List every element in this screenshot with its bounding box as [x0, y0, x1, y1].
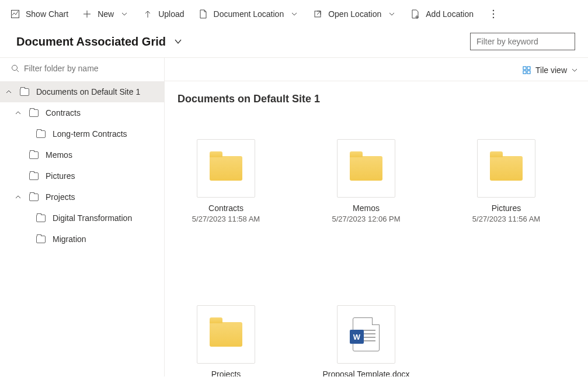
svg-line-12 — [17, 70, 19, 72]
tree-item[interactable]: Digital Transformation — [0, 208, 164, 229]
tile-thumbnail — [477, 139, 535, 198]
tile-thumbnail: W — [337, 305, 395, 364]
tile-date: 5/27/2023 12:06 PM — [332, 215, 400, 223]
filter-keyword[interactable] — [470, 33, 575, 50]
document-location-label: Document Location — [214, 9, 284, 19]
svg-point-10 — [493, 17, 494, 18]
folder-icon — [29, 172, 39, 180]
tree-item[interactable]: Contracts — [0, 102, 164, 123]
tree-item[interactable]: Long-term Contracts — [0, 123, 164, 144]
tree-item-label: Migration — [53, 234, 86, 244]
view-title: Document Associated Grid — [16, 35, 166, 49]
document-location-button[interactable]: Document Location — [199, 9, 300, 19]
plus-icon — [82, 9, 92, 19]
tile-view-icon — [523, 66, 531, 74]
toolbar: Show Chart New Upload Document Location … — [0, 0, 588, 28]
filter-keyword-input[interactable] — [476, 37, 569, 46]
main: Documents on Default Site 1ContractsLong… — [0, 57, 588, 376]
tiles: Contracts5/27/2023 11:58 AMMemos5/27/202… — [165, 110, 588, 376]
folder-icon — [29, 151, 39, 159]
folder-icon — [350, 156, 382, 181]
folder-tile[interactable]: Projects5/29/2023 8:47 AM — [197, 305, 255, 376]
more-vertical-icon — [492, 9, 495, 19]
document-icon — [199, 9, 208, 19]
folder-icon — [210, 156, 242, 181]
svg-point-9 — [493, 13, 494, 15]
svg-point-11 — [12, 65, 18, 71]
chevron-right-icon[interactable] — [14, 151, 22, 159]
folder-filter[interactable] — [0, 58, 164, 79]
folder-tile[interactable]: Contracts5/27/2023 11:58 AM — [197, 139, 255, 223]
folder-icon — [490, 156, 523, 181]
chevron-up-icon[interactable] — [5, 88, 13, 96]
folder-tree: Documents on Default Site 1ContractsLong… — [0, 79, 164, 250]
word-document-icon: W — [353, 317, 380, 351]
folder-icon — [210, 322, 242, 347]
more-button[interactable] — [488, 9, 499, 19]
add-location-button[interactable]: Add Location — [410, 9, 474, 19]
folder-tile[interactable]: Pictures5/27/2023 11:56 AM — [477, 139, 535, 223]
content: Tile view Documents on Default Site 1 Co… — [165, 58, 588, 376]
chevron-down-icon — [120, 9, 129, 19]
folder-icon — [20, 88, 29, 96]
view-switch[interactable]: Tile view — [523, 65, 577, 75]
new-button[interactable]: New — [82, 9, 129, 19]
tile-name: Proposal Template.docx — [322, 369, 409, 376]
file-tile[interactable]: WProposal Template.docx5/29/2023 9:04 AM — [337, 305, 395, 376]
chart-icon — [11, 9, 20, 19]
chevron-down-icon — [387, 9, 396, 19]
content-header: Documents on Default Site 1 — [165, 81, 588, 110]
folder-icon — [36, 215, 46, 222]
tree-item[interactable]: Documents on Default Site 1 — [0, 81, 164, 102]
tree-item-label: Memos — [46, 150, 72, 160]
add-document-icon — [410, 9, 420, 19]
sidebar: Documents on Default Site 1ContractsLong… — [0, 58, 165, 376]
add-location-label: Add Location — [426, 9, 474, 19]
folder-icon — [29, 109, 39, 117]
tree-item-label: Pictures — [46, 171, 75, 181]
tree-item[interactable]: Pictures — [0, 165, 164, 186]
svg-rect-13 — [523, 67, 526, 70]
tree-item-label: Digital Transformation — [53, 213, 132, 223]
open-location-button[interactable]: Open Location — [313, 9, 396, 19]
content-topbar: Tile view — [165, 58, 588, 81]
folder-tile[interactable]: Memos5/27/2023 12:06 PM — [337, 139, 395, 223]
tile-name: Memos — [353, 203, 380, 213]
tree-item-label: Projects — [46, 192, 75, 202]
view-selector[interactable] — [174, 37, 182, 46]
tree-item-label: Contracts — [46, 108, 81, 118]
folder-icon — [36, 236, 46, 243]
chevron-down-icon — [174, 37, 182, 46]
svg-point-8 — [493, 10, 494, 11]
open-icon — [313, 9, 322, 19]
folder-filter-input[interactable] — [24, 64, 155, 73]
upload-label: Upload — [158, 9, 184, 19]
chevron-down-icon — [290, 9, 299, 19]
svg-line-5 — [317, 11, 321, 15]
new-label: New — [98, 9, 114, 19]
tree-item-label: Documents on Default Site 1 — [36, 87, 140, 96]
upload-button[interactable]: Upload — [143, 9, 184, 19]
svg-rect-16 — [527, 71, 530, 74]
tree-item-label: Long-term Contracts — [53, 129, 127, 139]
tile-name: Projects — [211, 369, 241, 376]
title-row: Document Associated Grid — [0, 28, 588, 57]
tree-item[interactable]: Projects — [0, 186, 164, 208]
folder-icon — [36, 130, 46, 138]
tree-item[interactable]: Migration — [0, 229, 164, 250]
view-switch-label: Tile view — [535, 65, 567, 75]
tile-thumbnail — [197, 139, 255, 198]
open-location-label: Open Location — [328, 9, 381, 19]
svg-rect-15 — [523, 71, 526, 74]
tile-thumbnail — [197, 305, 255, 364]
chevron-up-icon[interactable] — [14, 109, 22, 117]
tile-name: Contracts — [208, 203, 243, 213]
chevron-up-icon[interactable] — [14, 193, 22, 201]
show-chart-button[interactable]: Show Chart — [11, 9, 68, 19]
tile-thumbnail — [337, 139, 395, 198]
svg-rect-14 — [527, 67, 530, 70]
chevron-right-icon[interactable] — [14, 172, 22, 180]
tree-item[interactable]: Memos — [0, 144, 164, 165]
search-icon — [11, 64, 19, 72]
upload-icon — [143, 9, 152, 19]
